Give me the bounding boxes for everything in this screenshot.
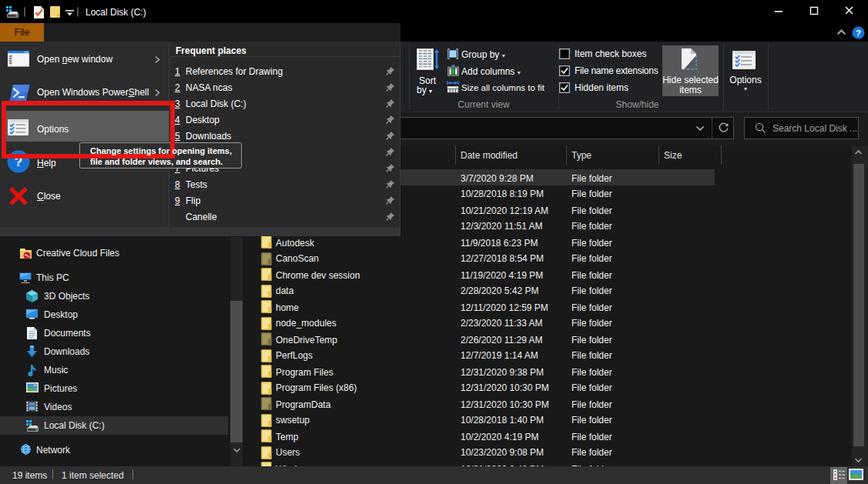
svg-text:?: ?: [856, 28, 861, 38]
